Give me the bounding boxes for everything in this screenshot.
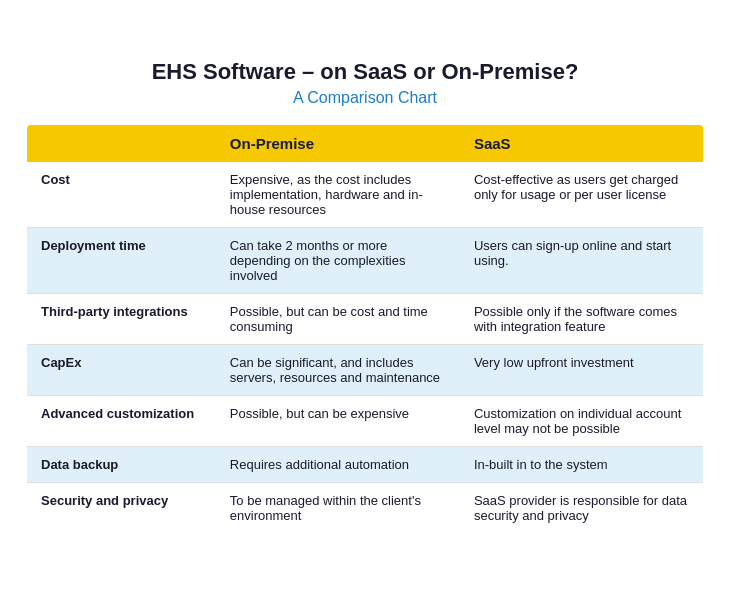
table-row: Third-party integrationsPossible, but ca… xyxy=(26,293,704,344)
col-saas: SaaS xyxy=(460,124,704,162)
comparison-table: On-Premise SaaS CostExpensive, as the co… xyxy=(25,123,705,535)
saas-cell: Possible only if the software comes with… xyxy=(460,293,704,344)
feature-cell: Security and privacy xyxy=(26,482,216,534)
onpremise-cell: Possible, but can be expensive xyxy=(216,395,460,446)
saas-cell: SaaS provider is responsible for data se… xyxy=(460,482,704,534)
saas-cell: Very low upfront investment xyxy=(460,344,704,395)
onpremise-cell: Can be significant, and includes servers… xyxy=(216,344,460,395)
feature-cell: CapEx xyxy=(26,344,216,395)
table-row: Advanced customizationPossible, but can … xyxy=(26,395,704,446)
feature-cell: Third-party integrations xyxy=(26,293,216,344)
table-row: Data backupRequires additional automatio… xyxy=(26,446,704,482)
col-feature xyxy=(26,124,216,162)
saas-cell: Cost-effective as users get charged only… xyxy=(460,162,704,228)
sub-title: A Comparison Chart xyxy=(25,89,705,107)
feature-cell: Deployment time xyxy=(26,227,216,293)
saas-cell: Customization on individual account leve… xyxy=(460,395,704,446)
table-row: Security and privacyTo be managed within… xyxy=(26,482,704,534)
onpremise-cell: Requires additional automation xyxy=(216,446,460,482)
feature-cell: Data backup xyxy=(26,446,216,482)
main-title: EHS Software – on SaaS or On-Premise? xyxy=(25,59,705,85)
table-row: CostExpensive, as the cost includes impl… xyxy=(26,162,704,228)
onpremise-cell: To be managed within the client's enviro… xyxy=(216,482,460,534)
onpremise-cell: Possible, but can be cost and time consu… xyxy=(216,293,460,344)
feature-cell: Advanced customization xyxy=(26,395,216,446)
table-row: Deployment timeCan take 2 months or more… xyxy=(26,227,704,293)
saas-cell: Users can sign-up online and start using… xyxy=(460,227,704,293)
table-row: CapExCan be significant, and includes se… xyxy=(26,344,704,395)
saas-cell: In-built in to the system xyxy=(460,446,704,482)
onpremise-cell: Expensive, as the cost includes implemen… xyxy=(216,162,460,228)
table-body: CostExpensive, as the cost includes impl… xyxy=(26,162,704,534)
table-header-row: On-Premise SaaS xyxy=(26,124,704,162)
onpremise-cell: Can take 2 months or more depending on t… xyxy=(216,227,460,293)
page-container: EHS Software – on SaaS or On-Premise? A … xyxy=(15,39,715,555)
col-onpremise: On-Premise xyxy=(216,124,460,162)
feature-cell: Cost xyxy=(26,162,216,228)
